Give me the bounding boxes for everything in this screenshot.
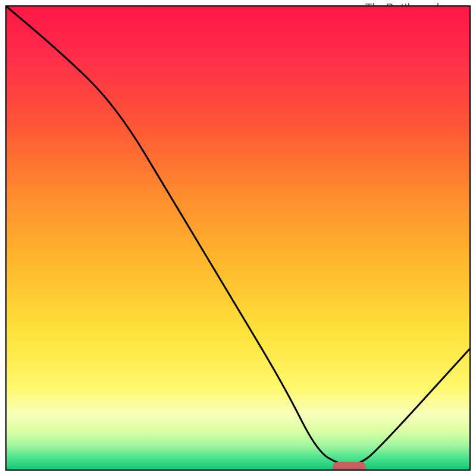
chart-frame (5, 5, 471, 471)
chart-curve (7, 7, 469, 469)
marker-pill (333, 462, 366, 471)
